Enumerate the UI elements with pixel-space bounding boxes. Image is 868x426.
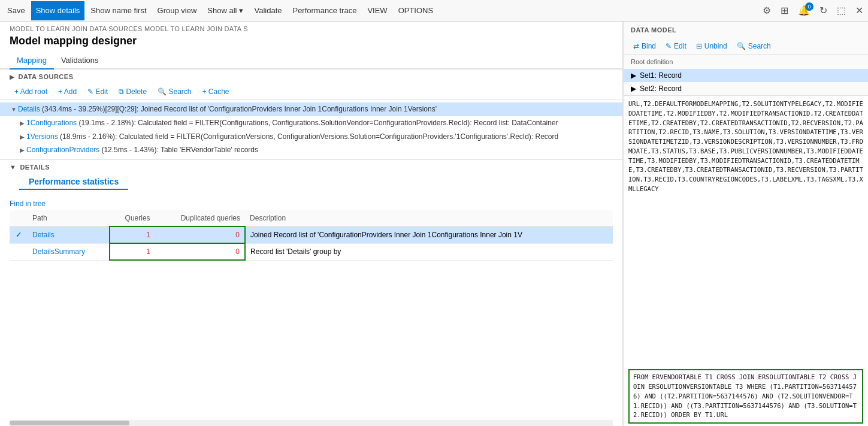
office-icon-btn[interactable]: ⊞ [778, 2, 791, 19]
dm-tree-item-set1[interactable]: ▶ Set1: Record [624, 69, 868, 82]
edit-icon: ✎ [666, 42, 672, 50]
row1-description: Joined Record list of 'ConfigurationProv… [245, 226, 613, 243]
col-description: Description [245, 210, 613, 226]
datasources-list: ▼ Details (343.4ms - 39.25%)[29][Q:29]: … [0, 100, 622, 159]
add-root-button[interactable]: + Add root [10, 86, 52, 97]
main-toolbar: Save Show details Show name first Group … [0, 0, 868, 22]
row1-check: ✓ [10, 226, 28, 243]
show-all-button[interactable]: Show all ▾ [202, 1, 248, 20]
table-row[interactable]: ✓ Details 1 0 Joined Record list of 'Con… [10, 226, 613, 243]
open-new-icon-btn[interactable]: ⬚ [834, 2, 848, 19]
save-button[interactable]: Save [2, 1, 30, 20]
unbind-icon: ⊟ [696, 42, 702, 50]
notification-icon-btn[interactable]: 🔔0 [796, 2, 812, 19]
table-wrapper: Path Queries Duplicated queries Descript… [0, 210, 622, 261]
col-dup-queries: Duplicated queries [155, 210, 245, 226]
row2-check [10, 243, 28, 260]
performance-statistics-title[interactable]: Performance statistics [19, 174, 128, 190]
main-content: MODEL TO LEARN JOIN DATA SOURCES MODEL T… [0, 22, 868, 426]
find-in-tree-link[interactable]: Find in tree [0, 197, 622, 210]
edit-button[interactable]: ✎ Edit [83, 86, 113, 97]
table-header-row: Path Queries Duplicated queries Descript… [10, 210, 613, 226]
tab-mapping[interactable]: Mapping [10, 52, 54, 70]
col-path: Path [28, 210, 110, 226]
performance-table: Path Queries Duplicated queries Descript… [10, 210, 613, 261]
view-button[interactable]: VIEW [362, 1, 392, 20]
row2-path[interactable]: DetailsSummary [28, 243, 110, 260]
page-title: Model mapping designer [0, 34, 622, 52]
group-view-button[interactable]: Group view [153, 1, 202, 20]
show-all-label: Show all [207, 6, 237, 15]
settings-icon-btn[interactable]: ⚙ [760, 2, 773, 19]
edit-dm-button[interactable]: ✎ Edit [663, 41, 689, 52]
details-section-header[interactable]: ▼ DETAILS [0, 160, 622, 174]
search-icon: 🔍 [737, 42, 746, 50]
sql-content-area: URL,T2.DEFAULTFORMODELMAPPING,T2.SOLUTIO… [624, 96, 868, 426]
expand-1configurations-icon[interactable]: ▶ [18, 119, 26, 128]
data-sources-chevron: ▶ [10, 74, 15, 80]
data-sources-label: DATA SOURCES [19, 73, 74, 80]
horizontal-scrollbar[interactable] [10, 420, 613, 426]
details-chevron: ▼ [10, 164, 16, 171]
unbind-button[interactable]: ⊟ Unbind [694, 41, 730, 52]
datasources-toolbar: + Add root + Add ✎ Edit ⧉ Delete 🔍 Searc… [0, 84, 622, 100]
options-button[interactable]: OPTIONS [394, 1, 438, 20]
expand-set1-icon: ▶ [631, 71, 636, 80]
toolbar-right-icons: ⚙ ⊞ 🔔0 ↻ ⬚ ✕ [760, 2, 866, 19]
row1-dup-queries: 0 [155, 226, 245, 243]
tab-validations[interactable]: Validations [54, 52, 106, 70]
scrollbar-thumb [10, 421, 129, 425]
table-row[interactable]: DetailsSummary 1 0 Record list 'Details'… [10, 243, 613, 260]
row2-dup-queries: 0 [155, 243, 245, 260]
data-model-section-header: DATA MODEL [624, 22, 868, 38]
delete-button[interactable]: ⧉ Delete [114, 86, 152, 97]
tree-item-1versions[interactable]: ▶ 1Versions (18.9ms - 2.16%): Calculated… [0, 130, 622, 144]
tree-item-configproviders[interactable]: ▶ ConfigurationProviders (12.5ms - 1.43%… [0, 143, 622, 157]
breadcrumb: MODEL TO LEARN JOIN DATA SOURCES MODEL T… [0, 22, 622, 34]
validate-button[interactable]: Validate [249, 1, 286, 20]
close-icon-btn[interactable]: ✕ [853, 2, 866, 19]
show-name-first-button[interactable]: Show name first [86, 1, 151, 20]
tree-item-details[interactable]: ▼ Details (343.4ms - 39.25%)[29][Q:29]: … [0, 102, 622, 116]
dm-tree-item-set2[interactable]: ▶ Set2: Record [624, 82, 868, 95]
col-check [10, 210, 28, 226]
bind-button[interactable]: ⇄ Bind [631, 41, 658, 52]
row2-queries: 1 [110, 243, 155, 260]
data-sources-section-header[interactable]: ▶ DATA SOURCES [0, 70, 622, 84]
refresh-icon-btn[interactable]: ↻ [817, 2, 830, 19]
details-table-container: Path Queries Duplicated queries Descript… [0, 210, 622, 420]
cache-button[interactable]: + Cache [197, 86, 234, 97]
search-dm-button[interactable]: 🔍 Search [734, 41, 773, 52]
details-section-label: DETAILS [20, 164, 50, 171]
tab-bar: Mapping Validations [0, 52, 622, 70]
data-model-toolbar: ⇄ Bind ✎ Edit ⊟ Unbind 🔍 Search [624, 38, 868, 55]
col-queries: Queries [110, 210, 155, 226]
sql-text-upper: URL,T2.DEFAULTFORMODELMAPPING,T2.SOLUTIO… [624, 96, 868, 367]
show-details-button[interactable]: Show details [31, 1, 85, 20]
details-section: ▼ DETAILS Performance statistics Find in… [0, 159, 622, 426]
expand-1versions-icon[interactable]: ▶ [18, 133, 26, 141]
performance-trace-button[interactable]: Performance trace [288, 1, 361, 20]
search-button[interactable]: 🔍 Search [153, 86, 196, 97]
root-definition-label: Root definition [624, 55, 868, 69]
bind-icon: ⇄ [633, 42, 639, 50]
row1-queries: 1 [110, 226, 155, 243]
tree-item-1configurations[interactable]: ▶ 1Configurations (19.1ms - 2.18%): Calc… [0, 116, 622, 130]
sql-text-green: FROM ERVENDORTABLE T1 CROSS JOIN ERSOLUT… [628, 369, 863, 424]
chevron-down-icon: ▾ [239, 6, 243, 15]
expand-details-icon[interactable]: ▼ [10, 105, 18, 114]
row1-path[interactable]: Details [28, 226, 110, 243]
add-button[interactable]: + Add [53, 86, 81, 97]
row2-description: Record list 'Details' group by [245, 243, 613, 260]
expand-set2-icon: ▶ [631, 84, 636, 93]
left-panel: MODEL TO LEARN JOIN DATA SOURCES MODEL T… [0, 22, 623, 426]
expand-configproviders-icon[interactable]: ▶ [18, 146, 26, 155]
